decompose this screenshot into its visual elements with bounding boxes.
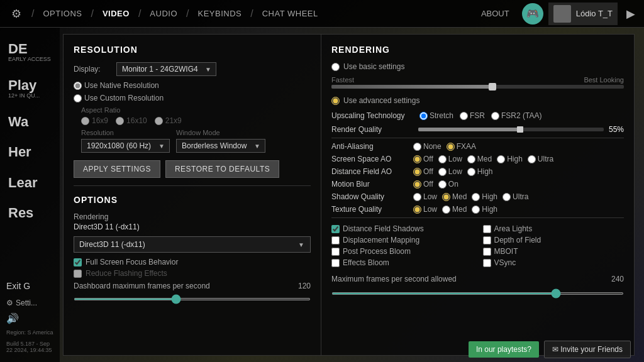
quality-slider-thumb[interactable] [489, 83, 496, 90]
render-quality-fill [418, 128, 520, 131]
window-mode-dropdown-wrapper: Borderless Window [176, 139, 265, 153]
settings-shortcut[interactable]: ⚙ Setti... [6, 296, 53, 310]
divider-2 [331, 138, 624, 138]
post-process-bloom-checkbox-item[interactable]: Post Process Bloom [331, 247, 473, 256]
area-lights-checkbox-item[interactable]: Area Lights [483, 224, 625, 233]
stretch-option[interactable]: Stretch [419, 111, 453, 120]
fsr-radio[interactable] [460, 112, 468, 120]
invite-friends-button[interactable]: ✉ Invite your Friends [544, 341, 631, 358]
distance-field-shadows-checkbox[interactable] [331, 225, 340, 233]
basic-settings-radio[interactable] [331, 63, 340, 71]
motion-blur-options: Off On [413, 180, 458, 189]
aa-none-option[interactable]: None [413, 142, 441, 151]
distance-field-shadows-checkbox-item[interactable]: Distance Field Shadows [331, 224, 473, 233]
dfao-low[interactable]: Low [438, 167, 462, 176]
custom-resolution-row: Use Custom Resolution [74, 94, 311, 102]
rendering-dropdown[interactable]: Direct3D 11 (-dx11) Direct3D 12 (-dx12) [74, 236, 311, 253]
advanced-settings-option[interactable]: Use advanced settings [331, 96, 624, 105]
shadow-quality-label: Shadow Quality [331, 192, 413, 201]
displacement-mapping-checkbox[interactable] [331, 236, 340, 244]
rendering-section-title: RENDERING [331, 45, 624, 55]
area-lights-checkbox[interactable] [483, 225, 491, 233]
tq-low[interactable]: Low [413, 205, 437, 214]
mboit-checkbox[interactable] [483, 248, 491, 256]
apply-settings-button[interactable]: APPLY SETTINGS [74, 160, 160, 178]
depth-of-field-checkbox[interactable] [483, 236, 491, 244]
ssao-off[interactable]: Off [413, 155, 433, 163]
playtests-button[interactable]: In our playtests? [469, 341, 539, 358]
aa-fxaa-option[interactable]: FXAA [447, 142, 476, 151]
nav-chat-wheel[interactable]: CHAT WHEEL [257, 6, 323, 21]
effects-bloom-checkbox[interactable] [331, 259, 340, 267]
nav-options[interactable]: OPTIONS [38, 6, 87, 21]
aspect-16x9[interactable]: 16x9 [81, 116, 108, 125]
basic-settings-option[interactable]: Use basic settings [331, 62, 624, 71]
dashboard-fps-slider[interactable] [74, 298, 311, 300]
ssao-med[interactable]: Med [467, 155, 492, 163]
tq-med[interactable]: Med [442, 205, 467, 214]
aspect-ratio-section: Aspect Ratio 16x9 16x10 21x9 [81, 106, 311, 125]
mb-off[interactable]: Off [413, 180, 433, 189]
sidebar-item-learn[interactable]: Lear [0, 168, 60, 198]
dfao-off[interactable]: Off [413, 167, 433, 176]
vsync-checkbox-item[interactable]: VSync [483, 258, 625, 267]
nav-video[interactable]: VIDEO [97, 6, 135, 21]
sidebar-item-hero[interactable]: Her [0, 137, 60, 167]
custom-resolution-option[interactable]: Use Custom Resolution [74, 94, 164, 102]
custom-resolution-radio[interactable] [74, 94, 82, 102]
motion-blur-row: Motion Blur Off On [331, 180, 624, 189]
fullscreen-focus-checkbox[interactable] [74, 258, 82, 266]
resolution-dropdown[interactable]: 1920x1080 (60 Hz) [81, 139, 170, 153]
displacement-mapping-checkbox-item[interactable]: Displacement Mapping [331, 236, 473, 244]
volume-icon[interactable]: 🔊 [6, 310, 53, 327]
render-quality-row: Render Quality 55% [331, 125, 624, 134]
vsync-checkbox[interactable] [483, 259, 491, 267]
restore-defaults-button[interactable]: RESTORE TO DEFAULTS [165, 160, 279, 178]
sq-ultra[interactable]: Ultra [502, 192, 528, 201]
gear-icon[interactable]: ⚙ [5, 3, 28, 25]
max-fps-slider[interactable] [331, 292, 624, 295]
fsr-option[interactable]: FSR [460, 111, 485, 120]
aspect-21x9[interactable]: 21x9 [155, 116, 182, 125]
aa-fxaa-radio[interactable] [447, 143, 455, 151]
aa-none-radio[interactable] [413, 143, 421, 151]
native-resolution-option[interactable]: Use Native Resolution [74, 81, 159, 90]
resolution-sub-label: Resolution [81, 129, 170, 136]
advanced-settings-radio[interactable] [331, 97, 340, 105]
nav-audio[interactable]: AUDIO [145, 6, 182, 21]
render-quality-thumb[interactable] [517, 126, 523, 133]
about-button[interactable]: ABOUT [474, 6, 517, 21]
nav-keybinds[interactable]: KEYBINDS [192, 6, 247, 21]
resolution-window-section: Resolution 1920x1080 (60 Hz) Window Mode… [81, 129, 311, 153]
fsr2-option[interactable]: FSR2 (TAA) [491, 111, 541, 120]
fsr2-radio[interactable] [491, 112, 499, 120]
sq-med[interactable]: Med [442, 192, 467, 201]
effects-bloom-checkbox-item[interactable]: Effects Bloom [331, 258, 473, 267]
display-dropdown[interactable]: Monitor 1 - 24G2WIG4 [116, 62, 216, 76]
ssao-ultra[interactable]: Ultra [528, 155, 553, 163]
stretch-radio[interactable] [419, 112, 428, 120]
tq-high[interactable]: High [472, 205, 497, 214]
sidebar-item-res[interactable]: Res [0, 198, 60, 228]
motion-blur-label: Motion Blur [331, 180, 413, 189]
ssao-high[interactable]: High [497, 155, 523, 163]
mboit-checkbox-item[interactable]: MBOIT [483, 247, 625, 256]
upscaling-label: Upscaling Technology [331, 111, 413, 120]
post-process-bloom-checkbox[interactable] [331, 248, 340, 256]
exit-button[interactable]: Exit G [6, 276, 53, 296]
native-resolution-radio[interactable] [74, 82, 82, 90]
reduce-flashing-checkbox[interactable] [74, 270, 82, 278]
aspect-16x10[interactable]: 16x10 [116, 116, 147, 125]
dfao-high[interactable]: High [467, 167, 493, 176]
sq-high[interactable]: High [472, 192, 497, 201]
mb-on[interactable]: On [438, 180, 458, 189]
sq-low[interactable]: Low [413, 192, 437, 201]
aspect-ratio-label: Aspect Ratio [81, 106, 311, 114]
depth-of-field-checkbox-item[interactable]: Depth of Field [483, 236, 625, 244]
sidebar-item-play[interactable]: Play 12+ IN QU... [0, 70, 60, 107]
window-mode-dropdown[interactable]: Borderless Window [176, 139, 265, 153]
play-button-icon[interactable]: ▶ [623, 4, 639, 23]
sidebar-item-de[interactable]: DE EARLY ACCESS [0, 34, 60, 70]
ssao-low[interactable]: Low [438, 155, 462, 163]
sidebar-item-warframe[interactable]: Wa [0, 107, 60, 137]
